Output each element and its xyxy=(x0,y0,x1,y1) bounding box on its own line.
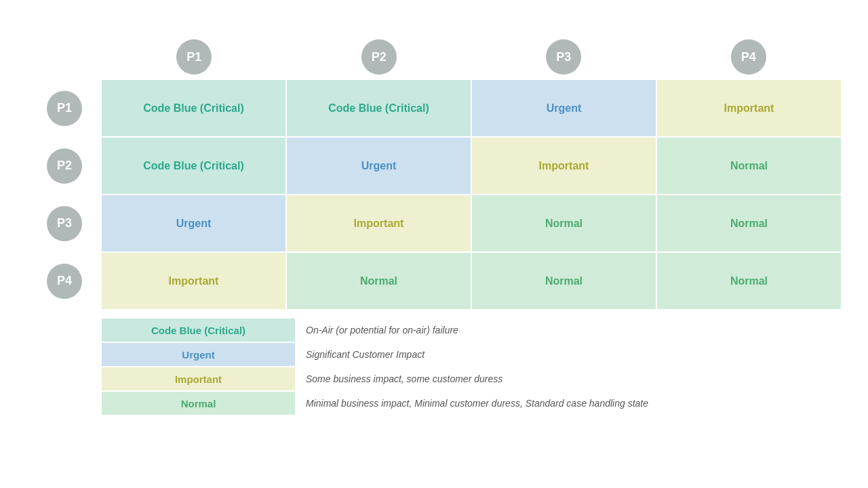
legend-description: On-Air (or potential for on-air) failure xyxy=(295,325,458,336)
matrix-cell: Normal xyxy=(472,195,656,251)
col-badge-p3: P3 xyxy=(546,39,581,75)
legend-description: Some business impact, some customer dure… xyxy=(295,373,502,384)
legend-row: NormalMinimal business impact, Minimal c… xyxy=(102,392,841,415)
matrix-cell: Normal xyxy=(657,138,841,194)
matrix-cell: Normal xyxy=(657,253,841,309)
cells-wrap: Code Blue (Critical)UrgentImportantNorma… xyxy=(102,138,841,194)
matrix-cell: Important xyxy=(102,253,285,309)
legend-description: Minimal business impact, Minimal custome… xyxy=(295,398,648,409)
col-header-p1: P1 xyxy=(102,39,287,75)
col-badge-p1: P1 xyxy=(176,39,212,75)
legend-description: Significant Customer Impact xyxy=(295,349,425,360)
row-badge-p4: P4 xyxy=(47,264,82,299)
matrix-row: P3UrgentImportantNormalNormal xyxy=(27,195,841,251)
row-badge-p3: P3 xyxy=(47,206,82,241)
matrix-cell: Normal xyxy=(287,253,471,309)
row-label-wrap: P1 xyxy=(27,80,102,136)
legend-label: Important xyxy=(102,367,295,390)
matrix-cell: Code Blue (Critical) xyxy=(102,80,285,136)
legend-row: UrgentSignificant Customer Impact xyxy=(102,343,841,366)
row-label-wrap: P4 xyxy=(27,253,102,309)
legend-label: Code Blue (Critical) xyxy=(102,319,295,342)
matrix-cell: Urgent xyxy=(102,195,285,251)
col-badge-p4: P4 xyxy=(731,39,766,75)
row-badge-p1: P1 xyxy=(47,91,82,126)
col-header-p4: P4 xyxy=(656,39,842,75)
legend-label: Urgent xyxy=(102,343,295,366)
matrix-body: P1Code Blue (Critical)Code Blue (Critica… xyxy=(27,80,841,309)
matrix-cell: Code Blue (Critical) xyxy=(102,138,285,194)
row-label-wrap: P3 xyxy=(27,195,102,251)
legend-label: Normal xyxy=(102,392,295,415)
matrix-cell: Important xyxy=(472,138,656,194)
legend: Code Blue (Critical)On-Air (or potential… xyxy=(102,319,841,415)
cells-wrap: Code Blue (Critical)Code Blue (Critical)… xyxy=(102,80,841,136)
matrix-cell: Important xyxy=(287,195,471,251)
matrix-cell: Important xyxy=(657,80,841,136)
col-header-p2: P2 xyxy=(287,39,472,75)
matrix-cell: Urgent xyxy=(287,138,471,194)
legend-row: ImportantSome business impact, some cust… xyxy=(102,367,841,390)
col-badge-p2: P2 xyxy=(361,39,397,75)
matrix-row: P4ImportantNormalNormalNormal xyxy=(27,253,841,309)
legend-row: Code Blue (Critical)On-Air (or potential… xyxy=(102,319,841,342)
matrix-cell: Normal xyxy=(472,253,656,309)
matrix-cell: Normal xyxy=(657,195,841,251)
col-header-p3: P3 xyxy=(471,39,656,75)
matrix-row: P2Code Blue (Critical)UrgentImportantNor… xyxy=(27,138,841,194)
cells-wrap: UrgentImportantNormalNormal xyxy=(102,195,841,251)
matrix-wrapper: P1P2P3P4 P1Code Blue (Critical)Code Blue… xyxy=(27,39,841,415)
col-headers: P1P2P3P4 xyxy=(102,39,841,80)
row-badge-p2: P2 xyxy=(47,148,82,184)
matrix-cell: Code Blue (Critical) xyxy=(287,80,471,136)
matrix-cell: Urgent xyxy=(472,80,656,136)
matrix-row: P1Code Blue (Critical)Code Blue (Critica… xyxy=(27,80,841,136)
cells-wrap: ImportantNormalNormalNormal xyxy=(102,253,841,309)
row-label-wrap: P2 xyxy=(27,138,102,194)
